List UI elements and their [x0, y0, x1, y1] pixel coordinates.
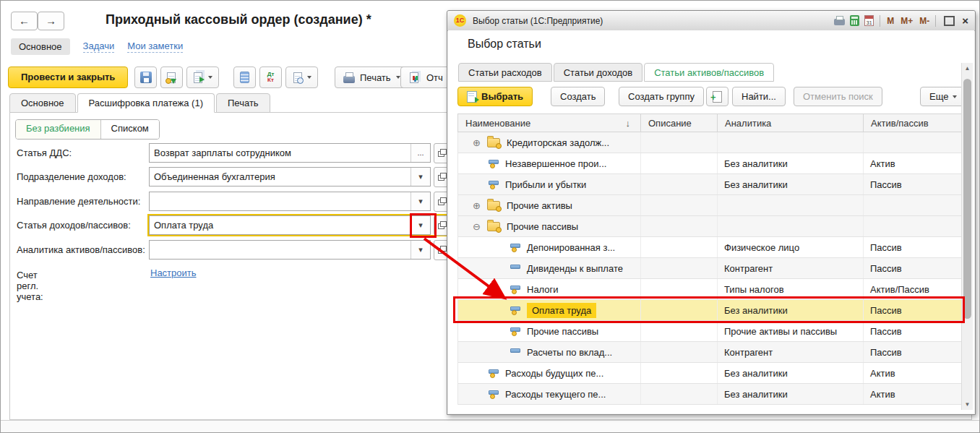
create-based-on-button[interactable]: [186, 67, 219, 88]
create-by-copy-button[interactable]: [706, 87, 728, 106]
field-action-button[interactable]: ...: [411, 144, 430, 162]
tab-payment-details[interactable]: Расшифровка платежа (1): [77, 93, 215, 113]
column-header-kind[interactable]: Актив/пассив: [863, 114, 963, 132]
field-group: ▾: [149, 192, 451, 211]
scroll-up-button[interactable]: ▲: [962, 63, 973, 74]
memory-plus-button[interactable]: M+: [901, 16, 913, 26]
field-input[interactable]: ▾: [149, 192, 431, 211]
save-button[interactable]: [134, 67, 157, 88]
field-input[interactable]: Возврат зарплаты сотрудником ...: [149, 143, 431, 163]
table-row[interactable]: Незавершенное прои... Без аналитики Акти…: [458, 153, 963, 174]
select-button[interactable]: Выбрать: [457, 87, 533, 106]
memory-button[interactable]: M: [887, 16, 894, 26]
cell-analytics: [717, 216, 863, 236]
field-group: ▾: [149, 240, 451, 260]
column-header-description[interactable]: Описание: [640, 114, 717, 132]
cancel-search-button[interactable]: Отменить поиск: [794, 87, 882, 106]
table-row[interactable]: Прочие пассивы Прочие активы и пассивы П…: [458, 321, 963, 342]
scroll-down-button[interactable]: ▼: [962, 399, 973, 410]
field-input[interactable]: ▾: [149, 240, 431, 260]
tab-main[interactable]: Основное: [9, 93, 76, 113]
table-row[interactable]: Расходы текущего пе... Без аналитики Акт…: [458, 384, 963, 405]
chevron-down-icon: [396, 76, 400, 79]
tab-asset-liability-articles[interactable]: Статьи активов/пассивов: [644, 63, 774, 82]
close-icon[interactable]: ×: [962, 15, 968, 26]
tab-print[interactable]: Печать: [216, 93, 270, 113]
tab-income-articles[interactable]: Статьи доходов: [554, 63, 642, 82]
field-group: Возврат зарплаты сотрудником ...: [149, 143, 451, 163]
maximize-button[interactable]: [944, 16, 955, 26]
field-input[interactable]: Оплата труда ▾: [149, 215, 431, 235]
cell-description: [640, 132, 717, 153]
table-row[interactable]: Расчеты по вклад... Контрагент Пассив: [458, 342, 963, 363]
post-document-button[interactable]: [160, 67, 183, 88]
page-title: Приходный кассовый ордер (создание) *: [106, 12, 371, 27]
expander-icon[interactable]: ⊖: [473, 221, 483, 232]
calculator-icon[interactable]: [850, 15, 859, 26]
form-field-row: Статья доходов/пассивов: Оплата труда ▾: [1, 215, 463, 235]
article-item-icon: [489, 390, 499, 398]
create-group-button[interactable]: Создать группу: [619, 87, 704, 106]
field-action-button[interactable]: ▾: [411, 192, 430, 210]
cell-name: Незавершенное прои...: [458, 153, 640, 173]
cell-kind: [863, 195, 963, 215]
sort-descending-icon: ↓: [626, 118, 631, 129]
debit-credit-button[interactable]: Дт Кт: [259, 67, 282, 88]
popup-titlebar[interactable]: 1С Выбор статьи (1С:Предприятие) 31 M M+…: [447, 11, 975, 31]
print-button[interactable]: Печать: [335, 67, 409, 88]
scrollbar-thumb[interactable]: [963, 79, 971, 319]
cell-description: [640, 321, 717, 341]
table-row[interactable]: Налоги Типы налогов Актив/Пассив: [458, 279, 963, 300]
field-action-button[interactable]: ▾: [411, 168, 430, 186]
vertical-scrollbar[interactable]: ▲ ▼: [961, 63, 973, 410]
article-item-icon: [510, 243, 520, 252]
select-article-window: 1С Выбор статьи (1С:Предприятие) 31 M M+…: [447, 10, 976, 415]
status-bar: [1, 420, 979, 433]
row-name: Прочие пассивы: [527, 326, 598, 337]
cell-name: Расходы будущих пе...: [458, 363, 640, 383]
table-row[interactable]: Оплата труда Без аналитики Пассив: [458, 300, 963, 321]
table-row[interactable]: Расходы будущих пе... Без аналитики Акти…: [458, 363, 963, 384]
row-name: Расходы будущих пе...: [505, 368, 603, 379]
nav-back-button[interactable]: ←: [11, 12, 38, 30]
scheduled-document-button[interactable]: [285, 67, 318, 88]
calendar-icon[interactable]: 31: [864, 15, 874, 26]
expander-icon[interactable]: ⊕: [473, 137, 483, 148]
expander-icon[interactable]: ⊕: [473, 200, 483, 211]
table-row[interactable]: Дивиденды к выплате Контрагент Пассив: [458, 258, 963, 279]
divider: [935, 15, 936, 27]
field-input[interactable]: Объединенная бухгалтерия ▾: [149, 167, 431, 187]
column-header-name[interactable]: Наименование ↓: [458, 114, 640, 132]
toggle-no-split[interactable]: Без разбиения: [16, 120, 100, 139]
find-button[interactable]: Найти...: [732, 87, 786, 106]
table-row[interactable]: ⊕ Кредиторская задолж...: [458, 132, 963, 153]
tab-expense-articles[interactable]: Статьи расходов: [458, 63, 552, 82]
field-group: Объединенная бухгалтерия ▾: [149, 167, 451, 187]
cell-kind: Актив/Пассив: [863, 279, 963, 299]
nav-tab-tasks[interactable]: Задачи: [83, 40, 115, 53]
toggle-list[interactable]: Списком: [100, 120, 159, 139]
column-header-analytics[interactable]: Аналитика: [717, 114, 863, 132]
create-based-on-icon: [193, 72, 205, 84]
table-row[interactable]: Депонированная з... Физическое лицо Пасс…: [458, 237, 963, 258]
nav-tab-notes[interactable]: Мои заметки: [127, 40, 183, 53]
nav-tab-main[interactable]: Основное: [11, 38, 70, 55]
configure-link[interactable]: Настроить: [150, 267, 197, 278]
field-label: Направление деятельности:: [17, 196, 140, 207]
more-button[interactable]: Еще: [920, 87, 966, 106]
cell-description: [640, 279, 717, 299]
table-row[interactable]: ⊖ Прочие пассивы: [458, 216, 963, 237]
memory-minus-button[interactable]: M-: [919, 16, 929, 26]
register-records-button[interactable]: [233, 67, 256, 88]
cell-kind: Пассив: [863, 300, 963, 320]
table-row[interactable]: ⊕ Прочие активы: [458, 195, 963, 216]
nav-forward-button[interactable]: →: [38, 12, 64, 30]
field-action-button[interactable]: ▾: [411, 216, 430, 234]
create-button[interactable]: Создать: [551, 87, 605, 106]
field-action-button[interactable]: ▾: [411, 241, 430, 259]
table-row[interactable]: Прибыли и убытки Без аналитики Пассив: [458, 174, 963, 195]
post-and-close-button[interactable]: Провести и закрыть: [8, 67, 128, 88]
popup-heading: Выбор статьи: [468, 38, 541, 51]
print-icon[interactable]: [834, 19, 845, 25]
table-header: Наименование ↓ Описание Аналитика Актив/…: [457, 113, 964, 132]
